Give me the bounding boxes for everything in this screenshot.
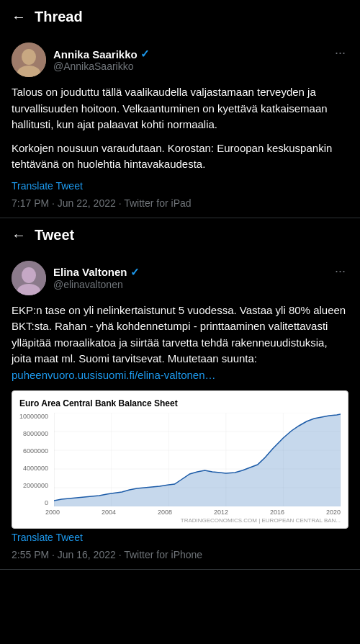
thread-display-name: Annika Saarikko ✓ — [53, 48, 150, 61]
thread-user-row: Annika Saarikko ✓ @AnnikaSaarikko ··· — [12, 43, 348, 77]
thread-tweet-text-2: Korkojen nousuun varaudutaan. Korostan: … — [12, 140, 348, 173]
avatar-annika — [12, 43, 46, 77]
chart-xaxis: 2000 2004 2008 2012 2016 2020 — [19, 509, 341, 516]
thread-tweet-text-1: Talous on jouduttu tällä vaalikaudella v… — [12, 84, 348, 133]
verified-icon-2: ✓ — [130, 266, 140, 279]
chart-title: Euro Area Central Bank Balance Sheet — [19, 398, 341, 408]
thread-title: Thread — [35, 9, 83, 25]
chart-footer: TRADINGECONOMICS.COM | EUROPEAN CENTRAL … — [19, 517, 341, 524]
thread-user-info: Annika Saarikko ✓ @AnnikaSaarikko — [53, 48, 150, 72]
thread-tweet: Annika Saarikko ✓ @AnnikaSaarikko ··· Ta… — [0, 34, 360, 218]
tweet-body-text: EKP:n tase on yli nelinkertaistunut 5 vu… — [12, 303, 348, 384]
tweet-translate-button[interactable]: Translate Tweet — [12, 532, 348, 543]
chart-yaxis: 10000000 8000000 6000000 4000000 2000000… — [19, 413, 51, 506]
tweet-user-row: Elina Valtonen ✓ @elinavaltonen ··· — [12, 261, 348, 295]
tweet-title: Tweet — [35, 227, 74, 243]
tweet-user-info: Elina Valtonen ✓ @elinavaltonen — [53, 266, 140, 290]
thread-user-left: Annika Saarikko ✓ @AnnikaSaarikko — [12, 43, 150, 77]
tweet-more-button[interactable]: ··· — [332, 261, 348, 282]
thread-header: ← Thread — [0, 0, 360, 34]
tweet-header: ← Tweet — [0, 218, 360, 252]
balance-sheet-chart: Euro Area Central Bank Balance Sheet 100… — [12, 390, 348, 529]
thread-section: ← Thread Annika Saarikko ✓ — [0, 0, 360, 218]
tweet-link[interactable]: puheenvuoro.uusisuomi.fi/elina-valtonen… — [12, 369, 216, 381]
chart-svg — [54, 413, 341, 506]
thread-tweet-meta: 7:17 PM · Jun 22, 2022 · Twitter for iPa… — [12, 197, 348, 209]
avatar-elina — [12, 261, 46, 295]
thread-username: @AnnikaSaarikko — [53, 61, 150, 72]
svg-point-1 — [22, 49, 36, 65]
tweet-meta: 2:55 PM · Jun 16, 2022 · Twitter for iPh… — [12, 549, 348, 560]
chart-svg-wrapper — [54, 413, 341, 506]
tweet-user-left: Elina Valtonen ✓ @elinavaltonen — [12, 261, 140, 295]
tweet-section: ← Tweet Elina Valtonen ✓ @elinava — [0, 218, 360, 571]
tweet-display-name: Elina Valtonen ✓ — [53, 266, 140, 279]
verified-icon: ✓ — [140, 48, 150, 61]
thread-back-button[interactable]: ← — [12, 9, 26, 25]
thread-translate-button[interactable]: Translate Tweet — [12, 180, 348, 192]
thread-more-button[interactable]: ··· — [332, 43, 348, 63]
main-tweet: Elina Valtonen ✓ @elinavaltonen ··· EKP:… — [0, 252, 360, 570]
tweet-back-button[interactable]: ← — [12, 227, 26, 243]
svg-point-4 — [22, 267, 36, 283]
tweet-username: @elinavaltonen — [53, 279, 140, 290]
chart-area: 10000000 8000000 6000000 4000000 2000000… — [19, 413, 341, 506]
